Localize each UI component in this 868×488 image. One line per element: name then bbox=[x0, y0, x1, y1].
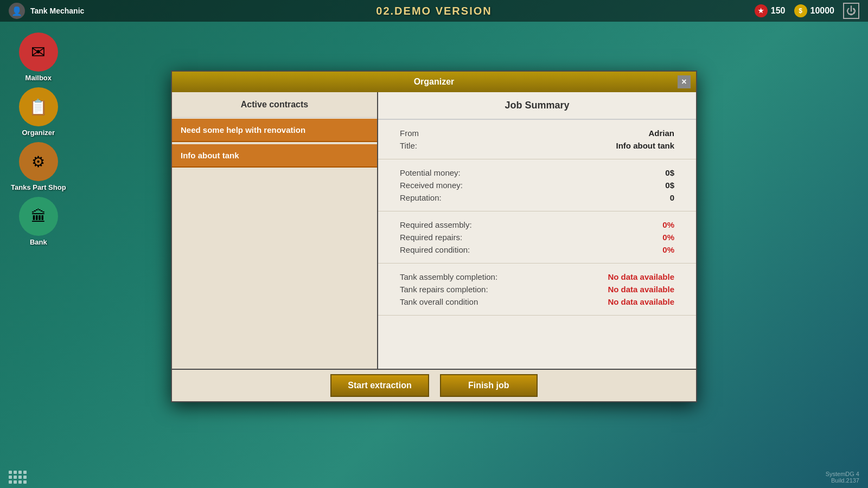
from-value: Adrian bbox=[648, 129, 674, 138]
job-content: From Adrian Title: Info about tank Poten… bbox=[378, 120, 696, 369]
job-row-title: Title: Info about tank bbox=[400, 141, 674, 150]
topbar-left: 👤 Tank Mechanic bbox=[9, 3, 84, 19]
req-condition-value: 0% bbox=[662, 245, 674, 254]
job-row-req-repairs: Required repairs: 0% bbox=[400, 233, 674, 242]
sidebar-item-tanks[interactable]: ⚙ Tanks Part Shop bbox=[11, 142, 66, 191]
req-assembly-value: 0% bbox=[662, 220, 674, 229]
system-name: SystemDG 4 bbox=[826, 471, 859, 477]
contracts-header: Active contracts bbox=[172, 92, 377, 118]
money-icon: $ bbox=[794, 4, 807, 17]
sidebar-item-mailbox[interactable]: ✉ Mailbox bbox=[11, 33, 66, 82]
dialog-title: Organizer bbox=[414, 77, 455, 87]
sidebar-item-bank[interactable]: 🏛 Bank bbox=[11, 197, 66, 246]
power-button[interactable]: ⏻ bbox=[843, 3, 859, 19]
job-panel: Job Summary From Adrian Title: Info abou… bbox=[378, 92, 696, 369]
received-money-value: 0$ bbox=[665, 181, 674, 190]
bottombar: SystemDG 4 Build.2137 bbox=[0, 466, 868, 488]
reputation-label: Reputation: bbox=[400, 193, 442, 202]
potential-money-value: 0$ bbox=[665, 168, 674, 177]
player-avatar: 👤 bbox=[9, 3, 25, 19]
mailbox-label: Mailbox bbox=[25, 74, 52, 82]
tank-assembly-label: Tank assembly completion: bbox=[400, 272, 497, 281]
topbar-right: ★ 150 $ 10000 ⏻ bbox=[755, 3, 859, 19]
money-value: 10000 bbox=[810, 6, 835, 16]
rep-badge: ★ 150 bbox=[755, 4, 786, 17]
money-badge: $ 10000 bbox=[794, 4, 835, 17]
received-money-label: Received money: bbox=[400, 181, 463, 190]
job-row-tank-assembly: Tank assembly completion: No data availa… bbox=[400, 272, 674, 281]
reputation-value: 0 bbox=[670, 193, 674, 202]
job-row-req-assembly: Required assembly: 0% bbox=[400, 220, 674, 229]
finish-job-button[interactable]: Finish job bbox=[440, 374, 538, 397]
job-section-requirements: Required assembly: 0% Required repairs: … bbox=[378, 211, 696, 264]
dialog-titlebar: Organizer × bbox=[172, 72, 696, 92]
tanks-icon: ⚙ bbox=[19, 142, 58, 181]
rep-value: 150 bbox=[771, 6, 786, 16]
job-row-reputation: Reputation: 0 bbox=[400, 193, 674, 202]
req-assembly-label: Required assembly: bbox=[400, 220, 472, 229]
job-section-info: From Adrian Title: Info about tank bbox=[378, 120, 696, 159]
contracts-panel: Active contracts Need some help with ren… bbox=[172, 92, 378, 369]
tank-condition-label: Tank overall condition bbox=[400, 297, 478, 306]
req-repairs-label: Required repairs: bbox=[400, 233, 462, 242]
tank-condition-value: No data available bbox=[608, 297, 674, 306]
job-summary-header: Job Summary bbox=[378, 92, 696, 120]
dialog-close-button[interactable]: × bbox=[678, 75, 691, 88]
tank-repairs-label: Tank repairs completion: bbox=[400, 285, 488, 294]
req-repairs-value: 0% bbox=[662, 233, 674, 242]
organizer-icon: 📋 bbox=[19, 87, 58, 126]
build-info: SystemDG 4 Build.2137 bbox=[826, 471, 859, 484]
tanks-label: Tanks Part Shop bbox=[11, 183, 66, 191]
job-section-money: Potential money: 0$ Received money: 0$ R… bbox=[378, 159, 696, 211]
build-number: Build.2137 bbox=[826, 477, 859, 484]
start-extraction-button[interactable]: Start extraction bbox=[330, 374, 429, 397]
sidebar: ✉ Mailbox 📋 Organizer ⚙ Tanks Part Shop … bbox=[11, 33, 66, 246]
job-row-tank-repairs: Tank repairs completion: No data availab… bbox=[400, 285, 674, 294]
job-row-received-money: Received money: 0$ bbox=[400, 181, 674, 190]
organizer-dialog: Organizer × Active contracts Need some h… bbox=[171, 70, 697, 402]
potential-money-label: Potential money: bbox=[400, 168, 461, 177]
player-name: Tank Mechanic bbox=[30, 7, 84, 15]
grid-icon[interactable] bbox=[9, 471, 27, 484]
organizer-label: Organizer bbox=[22, 129, 55, 137]
job-section-tank-status: Tank assembly completion: No data availa… bbox=[378, 264, 696, 316]
job-row-from: From Adrian bbox=[400, 129, 674, 138]
from-label: From bbox=[400, 129, 419, 138]
mailbox-icon: ✉ bbox=[19, 33, 58, 72]
bank-icon: 🏛 bbox=[19, 197, 58, 236]
contract-item-2[interactable]: Info about tank bbox=[172, 144, 377, 168]
sidebar-item-organizer[interactable]: 📋 Organizer bbox=[11, 87, 66, 137]
title-label: Title: bbox=[400, 141, 417, 150]
rep-icon: ★ bbox=[755, 4, 768, 17]
job-row-tank-condition: Tank overall condition No data available bbox=[400, 297, 674, 306]
job-row-potential-money: Potential money: 0$ bbox=[400, 168, 674, 177]
tank-assembly-value: No data available bbox=[608, 272, 674, 281]
req-condition-label: Required condition: bbox=[400, 245, 470, 254]
dialog-footer: Start extraction Finish job bbox=[172, 369, 696, 401]
demo-version-label: 02.DEMO VERSION bbox=[376, 5, 492, 17]
bank-label: Bank bbox=[30, 238, 47, 246]
job-row-req-condition: Required condition: 0% bbox=[400, 245, 674, 254]
dialog-body: Active contracts Need some help with ren… bbox=[172, 92, 696, 369]
contract-item-1[interactable]: Need some help with renovation bbox=[172, 119, 377, 142]
tank-repairs-value: No data available bbox=[608, 285, 674, 294]
topbar: 👤 Tank Mechanic 02.DEMO VERSION ★ 150 $ … bbox=[0, 0, 868, 22]
title-value: Info about tank bbox=[616, 141, 675, 150]
